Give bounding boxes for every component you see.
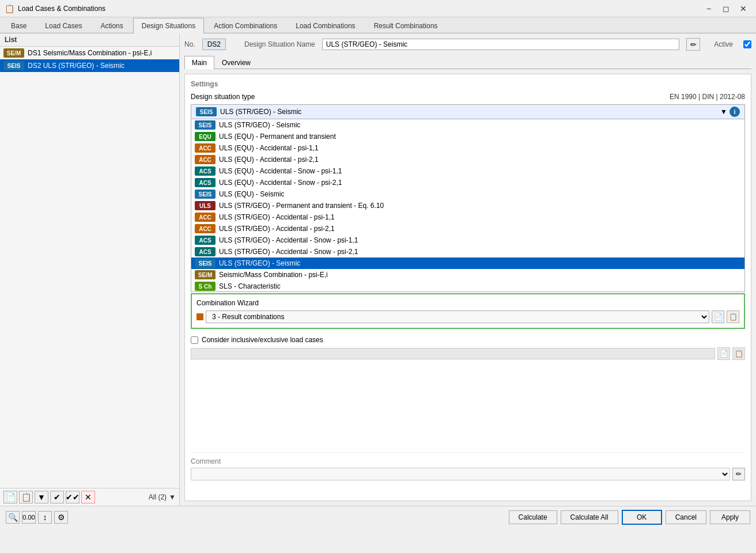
dd-item-acs1[interactable]: ACS ULS (EQU) - Accidental - Snow - psi-… bbox=[191, 165, 744, 177]
tab-actions[interactable]: Actions bbox=[92, 18, 131, 33]
tab-action-combinations[interactable]: Action Combinations bbox=[205, 18, 286, 33]
greyed-new-button: 📄 bbox=[717, 347, 730, 360]
all-dropdown[interactable]: All (2) ▼ bbox=[149, 493, 176, 501]
sort-icon-btn[interactable]: ↕ bbox=[38, 511, 52, 524]
dd-item-acs2[interactable]: ACS ULS (EQU) - Accidental - Snow - psi-… bbox=[191, 177, 744, 188]
ok-button[interactable]: OK bbox=[622, 510, 662, 525]
apply-button[interactable]: Apply bbox=[710, 510, 750, 524]
active-checkbox[interactable] bbox=[743, 40, 751, 48]
dd-item-acs-str2[interactable]: ACS ULS (STR/GEO) - Accidental - Snow - … bbox=[191, 246, 744, 257]
statusbar-icons: 🔍 0.00 ↕ ⚙ bbox=[6, 511, 68, 524]
dd-label: ULS (STR/GEO) - Accidental - Snow - psi-… bbox=[219, 236, 358, 244]
dd-label: Seismic/Mass Combination - psi-E,i bbox=[219, 271, 328, 279]
dd-badge: EQU bbox=[195, 132, 216, 141]
restore-button[interactable]: ◻ bbox=[718, 3, 734, 14]
dd-badge: SEIS bbox=[195, 259, 216, 268]
list-toolbar: 📄 📋 ▼ ✔ ✔✔ ✕ bbox=[3, 491, 95, 503]
add-button[interactable]: 📄 bbox=[3, 491, 17, 503]
dd-label: ULS (STR/GEO) - Accidental - psi-1,1 bbox=[219, 213, 335, 221]
ds-type-norm: EN 1990 | DIN | 2012-08 bbox=[670, 93, 745, 101]
calculate-all-button[interactable]: Calculate All bbox=[561, 510, 618, 524]
dd-item-acc1[interactable]: ACC ULS (EQU) - Accidental - psi-1,1 bbox=[191, 142, 744, 154]
check-button[interactable]: ✔ bbox=[50, 491, 64, 503]
combo-select[interactable]: 3 - Result combinations bbox=[206, 310, 709, 323]
tab-result-combinations[interactable]: Result Combinations bbox=[365, 18, 447, 33]
item-label: DS1 Seismic/Mass Combination - psi-E,i bbox=[28, 49, 152, 57]
ds-type-row: Design situation type EN 1990 | DIN | 20… bbox=[191, 93, 745, 101]
combo-wizard-label: Combination Wizard bbox=[196, 299, 739, 307]
calculate-button[interactable]: Calculate bbox=[509, 510, 557, 524]
dd-item-acs-str1[interactable]: ACS ULS (STR/GEO) - Accidental - Snow - … bbox=[191, 234, 744, 246]
no-label: No. bbox=[184, 40, 195, 48]
dd-label: ULS (EQU) - Accidental - psi-1,1 bbox=[219, 144, 319, 152]
active-label: Active bbox=[714, 40, 733, 48]
dd-label: ULS (EQU) - Accidental - Snow - psi-1,1 bbox=[219, 167, 342, 175]
dd-badge: ACC bbox=[195, 224, 216, 233]
ds-edit-button[interactable]: ✏ bbox=[686, 38, 700, 51]
tab-overview[interactable]: Overview bbox=[214, 56, 258, 69]
dd-label: ULS (EQU) - Accidental - psi-2,1 bbox=[219, 156, 319, 164]
combo-new-button[interactable]: 📄 bbox=[712, 310, 724, 323]
gear-icon-btn[interactable]: ⚙ bbox=[54, 511, 68, 524]
dd-label: ULS (STR/GEO) - Permanent and transient … bbox=[219, 202, 384, 210]
tab-design-situations[interactable]: Design Situations bbox=[133, 18, 204, 33]
app-title: Load Cases & Combinations bbox=[18, 5, 105, 13]
dd-label: ULS (STR/GEO) - Seismic bbox=[219, 121, 300, 129]
copy-button[interactable]: 📋 bbox=[19, 491, 33, 503]
dd-item-equ[interactable]: EQU ULS (EQU) - Permanent and transient bbox=[191, 131, 744, 142]
ds-type-dropdown[interactable]: SEIS ULS (STR/GEO) - Seismic ▼ i SEIS UL… bbox=[191, 104, 745, 119]
list-header: List bbox=[0, 33, 179, 47]
main-tabbar: Base Load Cases Actions Design Situation… bbox=[0, 17, 756, 33]
dropdown-selected-text: ULS (STR/GEO) - Seismic bbox=[220, 108, 301, 116]
dd-item-seis-selected[interactable]: SEIS ULS (STR/GEO) - Seismic bbox=[191, 257, 744, 269]
dropdown-trigger[interactable]: SEIS ULS (STR/GEO) - Seismic ▼ i bbox=[191, 104, 745, 119]
dd-item-sch[interactable]: S Ch SLS - Characteristic bbox=[191, 281, 744, 292]
consider-row: Consider inclusive/exclusive load cases bbox=[191, 336, 745, 344]
app-icon: 📋 bbox=[5, 4, 14, 13]
list-bottom: 📄 📋 ▼ ✔ ✔✔ ✕ All (2) ▼ bbox=[0, 488, 179, 506]
cancel-button[interactable]: Cancel bbox=[666, 510, 706, 524]
dd-item-acc-str1[interactable]: ACC ULS (STR/GEO) - Accidental - psi-1,1 bbox=[191, 211, 744, 223]
tab-base[interactable]: Base bbox=[2, 18, 35, 33]
list-item-selected[interactable]: SEIS DS2 ULS (STR/GEO) - Seismic bbox=[0, 59, 179, 72]
dd-item-seis-trigger[interactable]: SEIS ULS (STR/GEO) - Seismic bbox=[191, 119, 744, 131]
consider-checkbox[interactable] bbox=[191, 336, 198, 344]
dd-item-sem[interactable]: SE/M Seismic/Mass Combination - psi-E,i bbox=[191, 269, 744, 281]
dd-badge: SE/M bbox=[195, 270, 216, 279]
dd-item-acc-str2[interactable]: ACC ULS (STR/GEO) - Accidental - psi-2,1 bbox=[191, 223, 744, 234]
tab-load-combinations[interactable]: Load Combinations bbox=[287, 18, 364, 33]
comment-edit-button[interactable]: ✏ bbox=[732, 468, 745, 480]
all-chevron-icon: ▼ bbox=[169, 493, 176, 501]
check2-button[interactable]: ✔✔ bbox=[66, 491, 80, 503]
dd-badge: ACS bbox=[195, 178, 216, 187]
tab-load-cases[interactable]: Load Cases bbox=[36, 18, 90, 33]
minimize-button[interactable]: − bbox=[701, 3, 717, 14]
dd-item-acc2[interactable]: ACC ULS (EQU) - Accidental - psi-2,1 bbox=[191, 154, 744, 165]
ds-name-label: Design Situation Name bbox=[244, 40, 315, 48]
comment-input[interactable] bbox=[191, 468, 730, 480]
search-icon-btn[interactable]: 🔍 bbox=[6, 511, 20, 524]
dd-item-seis-equ[interactable]: SEIS ULS (EQU) - Seismic bbox=[191, 188, 744, 200]
dd-item-uls[interactable]: ULS ULS (STR/GEO) - Permanent and transi… bbox=[191, 200, 744, 211]
dd-label: ULS (EQU) - Seismic bbox=[219, 190, 284, 198]
ds-header: No. DS2 Design Situation Name ✏ Active bbox=[184, 38, 751, 51]
close-button[interactable]: ✕ bbox=[735, 3, 751, 14]
dd-label: SLS - Characteristic bbox=[219, 282, 281, 290]
value-icon-btn[interactable]: 0.00 bbox=[22, 511, 36, 524]
ds-type-label: Design situation type bbox=[191, 93, 255, 101]
combo-copy-button[interactable]: 📋 bbox=[727, 310, 739, 323]
consider-label: Consider inclusive/exclusive load cases bbox=[202, 336, 323, 344]
dropdown-list: SEIS ULS (STR/GEO) - Seismic EQU ULS (EQ… bbox=[191, 119, 745, 292]
tab-main[interactable]: Main bbox=[184, 56, 214, 69]
combo-wizard-row: 3 - Result combinations 📄 📋 bbox=[196, 310, 739, 323]
dropdown-chevron-icon: ▼ bbox=[720, 108, 727, 116]
ds-no-value: DS2 bbox=[202, 39, 226, 50]
dd-badge: SEIS bbox=[195, 120, 216, 130]
list-item[interactable]: SE/M DS1 Seismic/Mass Combination - psi-… bbox=[0, 47, 179, 59]
all-label: All (2) bbox=[149, 493, 167, 501]
copy-dropdown[interactable]: ▼ bbox=[35, 491, 48, 503]
dd-badge: ACS bbox=[195, 166, 216, 176]
info-icon[interactable]: i bbox=[729, 107, 740, 117]
delete-button[interactable]: ✕ bbox=[81, 491, 95, 503]
ds-name-input[interactable] bbox=[322, 39, 680, 50]
